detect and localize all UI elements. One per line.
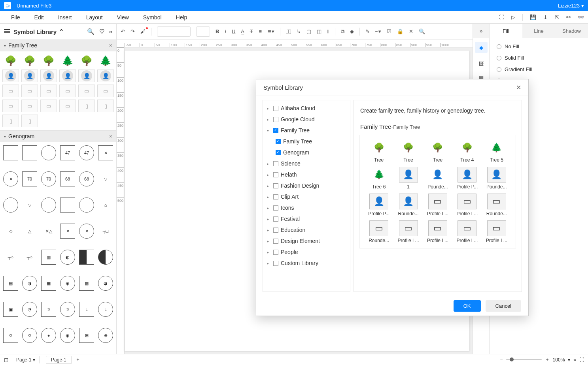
grid-cell[interactable]: ▭Profile L...: [482, 220, 511, 243]
genogram-shape[interactable]: [41, 145, 56, 160]
genogram-shape[interactable]: L: [98, 302, 113, 317]
user-menu[interactable]: Lizzie123 ▾: [558, 3, 584, 9]
tree-item[interactable]: ▸Clip Art: [265, 191, 348, 202]
grid-cell[interactable]: 🌳Tree: [424, 140, 452, 163]
symbol-thumb[interactable]: 👤: [2, 70, 19, 82]
menu-help[interactable]: Help: [169, 14, 195, 21]
tree-item[interactable]: ▸Google Cloud: [265, 114, 348, 125]
checkbox[interactable]: [276, 150, 281, 155]
focus-icon[interactable]: ⛶: [499, 14, 504, 20]
download-icon[interactable]: ⤓: [543, 14, 548, 20]
genogram-shape[interactable]: ✕: [3, 171, 18, 186]
tree-item[interactable]: ▸People: [265, 246, 348, 258]
heart-icon[interactable]: ♡: [99, 28, 104, 35]
checkbox[interactable]: [273, 216, 278, 222]
genogram-shape[interactable]: ◉: [60, 276, 75, 291]
close-icon[interactable]: ×: [109, 42, 112, 49]
genogram-shape[interactable]: 68: [60, 171, 75, 186]
checkbox[interactable]: [273, 194, 278, 199]
genogram-shape[interactable]: ┬○: [22, 250, 37, 265]
grid-cell[interactable]: ▭Rounde...: [482, 194, 511, 216]
page-selector[interactable]: Page-1 ▾: [12, 356, 40, 363]
image-panel-icon[interactable]: 🖼: [478, 61, 484, 67]
fullscreen-icon[interactable]: ⛶: [579, 357, 584, 363]
checkbox[interactable]: [273, 106, 278, 111]
genogram-shape[interactable]: ▦: [41, 276, 56, 291]
symbol-thumb[interactable]: 🌳: [78, 55, 95, 67]
menu-insert[interactable]: Insert: [51, 14, 79, 21]
genogram-shape[interactable]: 70: [41, 171, 56, 186]
checkbox[interactable]: [273, 205, 278, 211]
grid-cell[interactable]: ▭Profile L...: [394, 220, 422, 243]
tree-item[interactable]: ▸Education: [265, 224, 348, 235]
grid-cell[interactable]: ▭Profile L...: [453, 220, 481, 243]
tools-icon[interactable]: ✕: [409, 28, 413, 34]
checkbox[interactable]: [273, 250, 278, 255]
symbol-thumb[interactable]: ▯: [2, 115, 19, 127]
symbol-thumb[interactable]: ▭: [21, 85, 38, 97]
text-box-icon[interactable]: 🅃: [286, 28, 291, 34]
tree-item[interactable]: ▸Custom Library: [265, 258, 348, 269]
expand-icon[interactable]: »: [573, 357, 576, 363]
font-color-icon[interactable]: A̲: [241, 28, 244, 34]
checkbox[interactable]: [273, 261, 278, 266]
zoom-slider[interactable]: [506, 359, 542, 360]
italic-icon[interactable]: I: [225, 28, 226, 34]
genogram-shape[interactable]: ┬□: [98, 224, 113, 239]
category-family-tree[interactable]: ▾ Family Tree ×: [0, 40, 116, 51]
binoculars-icon[interactable]: 👓: [578, 14, 584, 20]
genogram-shape[interactable]: 47: [79, 145, 94, 160]
checkbox[interactable]: [273, 161, 278, 166]
line-style-icon[interactable]: ┅▾: [375, 28, 381, 34]
tree-item[interactable]: ▸Design Element: [265, 235, 348, 246]
menu-edit[interactable]: Edit: [27, 14, 51, 21]
genogram-shape[interactable]: ✕: [98, 145, 113, 160]
symbol-thumb[interactable]: ▭: [59, 100, 76, 112]
genogram-shape[interactable]: [41, 198, 56, 213]
check-icon[interactable]: ☑: [387, 28, 391, 34]
genogram-shape[interactable]: ▣: [3, 302, 18, 317]
collapse-right-panel[interactable]: »: [473, 24, 489, 38]
collapse-icon[interactable]: «: [109, 28, 112, 35]
share-icon[interactable]: ⚯: [566, 14, 571, 20]
checkbox[interactable]: [273, 239, 278, 244]
checkbox[interactable]: [273, 117, 278, 122]
genogram-shape[interactable]: ●: [41, 328, 56, 343]
genogram-shape[interactable]: S: [41, 302, 56, 317]
genogram-shape[interactable]: ⌂: [98, 198, 113, 213]
symbol-thumb[interactable]: 👤: [59, 70, 76, 82]
symbol-thumb[interactable]: ▭: [2, 100, 19, 112]
genogram-shape[interactable]: ✕: [60, 224, 75, 239]
chevron-up-icon[interactable]: ⌃: [59, 28, 64, 35]
pen-icon[interactable]: ✎: [365, 28, 370, 34]
tab-shadow[interactable]: Shadow: [555, 24, 588, 38]
zoom-level[interactable]: 100%: [553, 357, 565, 363]
genogram-shape[interactable]: [3, 145, 18, 160]
symbol-thumb[interactable]: 🌳: [2, 55, 19, 67]
symbol-thumb[interactable]: ▯: [21, 115, 38, 127]
grid-cell[interactable]: 🌲Tree 5: [482, 140, 511, 163]
genogram-shape[interactable]: ◔: [22, 302, 37, 317]
genogram-shape[interactable]: ▽: [22, 198, 37, 213]
tree-item[interactable]: ▸Festival: [265, 213, 348, 224]
ok-button[interactable]: OK: [454, 300, 481, 312]
play-icon[interactable]: ▷: [511, 14, 515, 20]
symbol-thumb[interactable]: 🌲: [97, 55, 114, 67]
underline-icon[interactable]: U: [232, 28, 235, 34]
symbol-thumb[interactable]: ▭: [59, 85, 76, 97]
shape2-icon[interactable]: ◫: [317, 28, 321, 34]
grid-cell[interactable]: ▭Profile L...: [424, 194, 452, 216]
symbol-thumb[interactable]: ▭: [97, 85, 114, 97]
genogram-shape[interactable]: ⊕: [98, 328, 113, 343]
symbol-thumb[interactable]: 🌲: [59, 55, 76, 67]
genogram-shape[interactable]: ◉: [60, 328, 75, 343]
connector-icon[interactable]: ↳: [297, 28, 301, 34]
bold-icon[interactable]: B: [216, 28, 219, 34]
symbol-thumb[interactable]: ▭: [21, 100, 38, 112]
menu-view[interactable]: View: [110, 14, 136, 21]
format-painter-icon[interactable]: 🖌: [140, 28, 146, 34]
genogram-shape[interactable]: [22, 145, 37, 160]
close-icon[interactable]: ×: [109, 133, 112, 139]
symbol-thumb[interactable]: ▯: [78, 100, 95, 112]
symbol-thumb[interactable]: 👤: [21, 70, 38, 82]
